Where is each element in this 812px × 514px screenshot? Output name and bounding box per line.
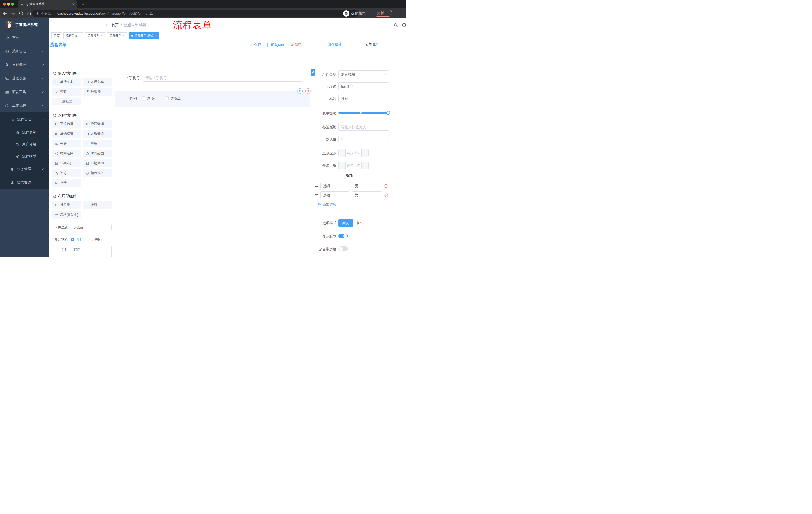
component-item-select[interactable]: 下拉选择	[52, 120, 81, 128]
stepper-minus-button[interactable]: −	[339, 150, 346, 157]
style-button-button[interactable]: 按钮	[353, 219, 367, 227]
tag-process-definition[interactable]: 流程定义✕	[63, 32, 83, 39]
tab-component-props[interactable]: 组件属性	[328, 42, 342, 47]
tag-close-icon[interactable]: ✕	[155, 34, 157, 37]
remove-option-icon[interactable]	[384, 193, 388, 197]
back-icon[interactable]	[2, 11, 7, 16]
sidebar-item-process-form[interactable]: 流程表单	[0, 126, 49, 138]
tag-home[interactable]: 首页	[51, 32, 62, 39]
sidebar-item-devtools[interactable]: 研发工具	[0, 85, 49, 99]
home-icon[interactable]	[27, 11, 32, 16]
tag-process-form-edit[interactable]: 流程表单-编辑✕	[129, 32, 159, 39]
maximize-window-button[interactable]	[11, 2, 14, 5]
component-item-time-range[interactable]: 时间范围	[83, 150, 112, 157]
tag-close-icon[interactable]: ✕	[101, 34, 103, 37]
option2-label-input[interactable]	[320, 191, 350, 199]
view-json-button[interactable]: 查看json	[266, 43, 284, 47]
clear-button[interactable]: 清空	[290, 43, 302, 47]
remove-option-icon[interactable]	[384, 184, 388, 188]
form-grid-slider[interactable]	[339, 112, 390, 114]
component-item-editor[interactable]: 编辑器	[52, 98, 81, 105]
save-button[interactable]: 保存	[249, 43, 261, 47]
status-on-radio[interactable]: 开启	[71, 237, 83, 242]
phone-field-input[interactable]	[143, 74, 303, 82]
browser-update-button[interactable]: 更新 ⋮	[374, 9, 392, 17]
status-off-radio[interactable]: 关闭	[89, 237, 102, 242]
slider-handle[interactable]	[386, 111, 390, 115]
style-default-button[interactable]: 默认	[339, 219, 353, 227]
app-logo[interactable]: 芋道管理系统	[0, 18, 49, 31]
component-item-cascader[interactable]: 级联选择	[83, 120, 112, 128]
sidebar-item-system[interactable]: 系统管理	[0, 45, 49, 58]
component-item-date-range[interactable]: 日期范围	[83, 159, 112, 167]
sidebar-item-home[interactable]: 首页	[0, 31, 49, 45]
component-item-rate[interactable]: 评分	[52, 169, 81, 177]
sidebar-item-infra[interactable]: 基础设施	[0, 72, 49, 85]
component-item-checkbox-group[interactable]: 多选框组	[83, 130, 112, 138]
component-item-slider[interactable]: 滑块	[83, 140, 112, 147]
component-item-switch[interactable]: 开关	[52, 140, 81, 147]
max-select-placeholder[interactable]: 最多可选	[346, 162, 361, 169]
sidebar-item-user-group[interactable]: 用户分组	[0, 138, 49, 151]
sidebar-fold-icon[interactable]	[103, 23, 107, 27]
min-select-placeholder[interactable]: 至少应选	[346, 150, 361, 157]
component-item-multi-line-text[interactable]: 多行文本	[83, 78, 112, 86]
sidebar-item-process-mgmt[interactable]: 流程管理	[0, 112, 49, 126]
component-item-button[interactable]: 按钮	[83, 201, 112, 209]
component-item-radio-group[interactable]: 单选框组	[52, 130, 81, 138]
tab-close-icon[interactable]: ✕	[72, 2, 75, 6]
component-item-time-picker[interactable]: 时间选择	[52, 150, 81, 157]
tag-close-icon[interactable]: ✕	[79, 34, 81, 37]
label-width-input[interactable]	[339, 123, 389, 131]
breadcrumb-home[interactable]: 首页	[112, 23, 119, 27]
address-bar[interactable]: 不安全 dashboard.yudao.iocoder.cn/bpm/manag…	[32, 10, 358, 17]
component-item-upload[interactable]: 上传	[52, 179, 81, 187]
link-tag[interactable]	[311, 69, 315, 76]
stepper-plus-button[interactable]: +	[361, 162, 368, 169]
option1-value-input[interactable]	[352, 182, 382, 190]
tag-process-model[interactable]: 流程模型✕	[85, 32, 105, 39]
stepper-plus-button[interactable]: +	[361, 150, 368, 157]
sidebar-item-payment[interactable]: ¥ 支付管理	[0, 58, 49, 72]
sidebar-item-leave-query[interactable]: 请假查询	[0, 176, 49, 189]
add-option-button[interactable]: 添加选项	[317, 202, 337, 207]
reload-icon[interactable]	[19, 11, 24, 16]
gender-option2-checkbox[interactable]	[165, 96, 169, 100]
browser-tab[interactable]: 芋道管理系统 ✕	[18, 0, 77, 8]
component-item-date-picker[interactable]: 日期选择	[52, 159, 81, 167]
component-item-row-container[interactable]: 行容器	[52, 201, 81, 209]
sidebar-item-workflow[interactable]: 工作流程	[0, 99, 49, 112]
show-label-toggle[interactable]	[339, 234, 348, 238]
minimize-window-button[interactable]	[7, 2, 10, 5]
component-item-single-line-text[interactable]: 单行文本	[52, 78, 81, 86]
sidebar-item-task-mgmt[interactable]: 任务管理	[0, 162, 49, 176]
forward-icon[interactable]	[10, 11, 16, 16]
title-input[interactable]	[339, 94, 389, 102]
component-type-select[interactable]: 多选框组	[339, 71, 389, 78]
delete-component-button[interactable]	[305, 88, 311, 94]
drag-handle-icon[interactable]	[314, 193, 318, 197]
github-icon[interactable]	[402, 23, 406, 27]
drag-handle-icon[interactable]	[314, 184, 318, 188]
default-value-input[interactable]	[339, 135, 389, 143]
search-icon[interactable]	[394, 23, 398, 27]
option1-label-input[interactable]	[320, 182, 350, 190]
option2-value-input[interactable]	[352, 191, 382, 199]
tag-process-form[interactable]: 流程表单✕	[107, 32, 127, 39]
tab-form-props[interactable]: 表单属性	[365, 42, 379, 47]
component-item-counter[interactable]: 123 计数器	[83, 88, 112, 96]
tag-close-icon[interactable]: ✕	[123, 34, 125, 37]
stepper-minus-button[interactable]: −	[339, 162, 346, 169]
border-toggle[interactable]	[339, 246, 348, 251]
sidebar-item-process-model[interactable]: 流程模型	[0, 151, 49, 162]
copy-component-button[interactable]	[297, 88, 303, 94]
browser-menu-icon[interactable]: ⋮	[386, 11, 389, 15]
form-remark-textarea[interactable]: 嘿嘿	[71, 246, 112, 257]
new-tab-button[interactable]: +	[80, 1, 86, 7]
component-item-table[interactable]: 表格[开发中]	[52, 211, 81, 218]
field-name-input[interactable]	[339, 82, 389, 90]
component-item-color-picker[interactable]: 颜色选择	[83, 169, 112, 177]
component-item-password[interactable]: 密码	[52, 88, 81, 96]
gender-option1-checkbox[interactable]	[142, 96, 145, 100]
security-label[interactable]: 不安全	[41, 11, 51, 16]
